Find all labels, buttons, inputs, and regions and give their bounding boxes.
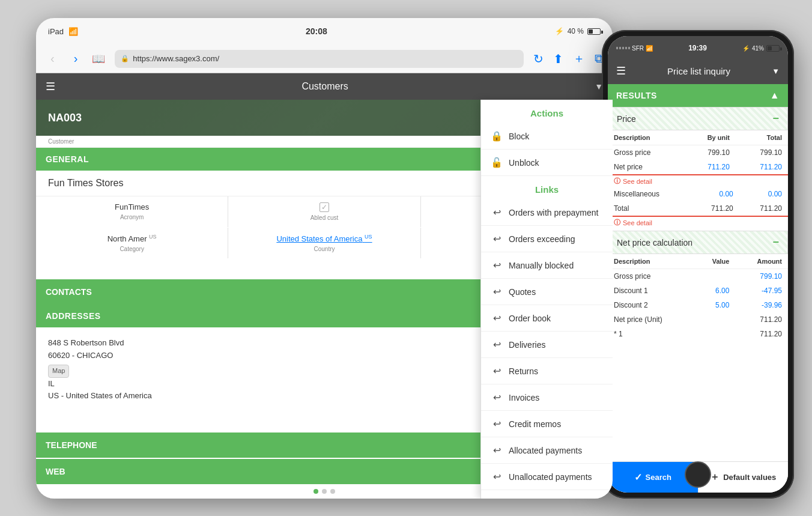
url-text: https://www.sagex3.com/ bbox=[133, 54, 219, 63]
price-collapse-button[interactable]: − bbox=[772, 112, 779, 125]
manually-blocked-menu-item[interactable]: ↩ Manually blocked bbox=[481, 252, 613, 279]
dot-2 bbox=[322, 489, 327, 494]
actions-title: Actions bbox=[481, 100, 613, 123]
unblock-label: Unblock bbox=[509, 158, 539, 168]
misc-label: Miscellaneous bbox=[608, 187, 691, 201]
ipad-device-label: iPad bbox=[48, 27, 64, 36]
web-title: WEB bbox=[46, 467, 65, 476]
unallocated-payments-label: Unallocated payments bbox=[509, 472, 592, 482]
abled-cust-checkbox[interactable]: ✓ bbox=[320, 202, 329, 212]
map-badge[interactable]: Map bbox=[48, 365, 69, 378]
search-button[interactable]: ✓ Search bbox=[608, 462, 698, 493]
ipad-status-left: iPad 📶 bbox=[48, 27, 78, 36]
phone-hamburger-icon[interactable]: ☰ bbox=[616, 64, 626, 77]
col-total: Total bbox=[736, 130, 788, 145]
search-checkmark-icon: ✓ bbox=[634, 472, 642, 483]
manually-blocked-label: Manually blocked bbox=[509, 261, 574, 270]
phone-battery-icon bbox=[766, 45, 780, 52]
unblock-menu-item[interactable]: 🔓 Unblock bbox=[481, 150, 613, 176]
record-id: NA003 bbox=[48, 112, 82, 124]
category-value: North Amer US bbox=[108, 234, 157, 243]
hamburger-icon[interactable]: ☰ bbox=[46, 80, 55, 93]
calc-netunit-value bbox=[694, 312, 735, 327]
orders-exceeding-menu-item[interactable]: ↩ Orders exceeding bbox=[481, 226, 613, 252]
net-price-unit: 711.20 bbox=[683, 160, 736, 175]
ipad-status-right: ⚡ 40 % bbox=[555, 27, 601, 35]
calc-disc2-value: 5.00 bbox=[694, 298, 735, 312]
link-icon-10: ↩ bbox=[491, 445, 503, 456]
order-book-menu-item[interactable]: ↩ Order book bbox=[481, 305, 613, 332]
acronym-value: FunTimes bbox=[115, 202, 149, 211]
calc-netunit-label: Net price (Unit) bbox=[608, 312, 694, 327]
quotes-menu-item[interactable]: ↩ Quotes bbox=[481, 279, 613, 305]
phone-status-left: SFR 📶 bbox=[616, 45, 653, 52]
invoices-menu-item[interactable]: ↩ Invoices bbox=[481, 384, 613, 411]
home-button[interactable] bbox=[685, 461, 711, 488]
app-title: Customers bbox=[301, 81, 348, 92]
dot-1 bbox=[314, 489, 318, 494]
category-sub: US bbox=[149, 234, 157, 240]
see-detail-2[interactable]: ⓘ See detail bbox=[608, 217, 788, 228]
returns-menu-item[interactable]: ↩ Returns bbox=[481, 358, 613, 384]
net-price-collapse-button[interactable]: − bbox=[772, 236, 779, 249]
category-field: North Amer US Category bbox=[36, 228, 228, 258]
forward-button[interactable]: › bbox=[69, 49, 83, 68]
back-button[interactable]: ‹ bbox=[46, 49, 59, 68]
phone-header-title: Price list inquiry bbox=[667, 66, 730, 76]
credit-memos-menu-item[interactable]: ↩ Credit memos bbox=[481, 411, 613, 437]
calc-disc2-label: Discount 2 bbox=[608, 298, 694, 312]
ipad-frame: iPad 📶 20:08 ⚡ 40 % ‹ › 📖 🔒 https://www.… bbox=[36, 18, 613, 499]
total-unit: 711.20 bbox=[691, 201, 739, 216]
price-section-title: Price bbox=[617, 114, 636, 124]
link-icon-1: ↩ bbox=[491, 207, 503, 218]
block-menu-item[interactable]: 🔒 Block bbox=[481, 123, 613, 150]
credit-memos-label: Credit memos bbox=[509, 419, 561, 429]
see-detail-1[interactable]: ⓘ See detail bbox=[608, 175, 788, 187]
unallocated-payments-menu-item[interactable]: ↩ Unallocated payments bbox=[481, 464, 613, 490]
calc-mult-amount: 711.20 bbox=[735, 327, 788, 341]
add-tab-button[interactable]: ＋ bbox=[573, 50, 585, 67]
orders-prepayment-label: Orders with prepayment bbox=[509, 208, 598, 217]
calc-mult-value bbox=[694, 327, 735, 341]
calc-gross-label: Gross price bbox=[608, 269, 694, 284]
phone-dropdown-icon[interactable]: ▼ bbox=[772, 67, 780, 76]
country-value[interactable]: United States of America US bbox=[276, 234, 372, 243]
share-button[interactable]: ⬆ bbox=[553, 52, 563, 66]
phone-bluetooth-icon: ⚡ bbox=[742, 45, 750, 52]
results-chevron-icon[interactable]: ▲ bbox=[770, 90, 780, 101]
table-row: Miscellaneous 0.00 0.00 bbox=[608, 187, 788, 201]
calc-disc1-amount: -47.95 bbox=[735, 284, 788, 298]
invoices-label: Invoices bbox=[509, 393, 539, 402]
abled-cust-field: ✓ Abled cust bbox=[228, 196, 420, 227]
orders-prepayment-menu-item[interactable]: ↩ Orders with prepayment bbox=[481, 199, 613, 226]
gross-price-total: 799.10 bbox=[736, 145, 788, 160]
battery-icon bbox=[587, 28, 601, 35]
table-row: * 1 711.20 bbox=[608, 327, 788, 341]
bookmarks-icon[interactable]: 📖 bbox=[92, 52, 105, 65]
phone-header: ☰ Price list inquiry ▼ bbox=[608, 58, 788, 84]
allocated-payments-menu-item[interactable]: ↩ Allocated payments bbox=[481, 437, 613, 464]
url-bar[interactable]: 🔒 https://www.sagex3.com/ bbox=[115, 50, 524, 68]
total-total: 711.20 bbox=[739, 201, 788, 216]
lock-icon: 🔒 bbox=[121, 55, 129, 62]
net-price-label: Net price bbox=[608, 160, 683, 175]
table-row: Total 711.20 711.20 bbox=[608, 201, 788, 216]
phone-status-right: ⚡ 41% bbox=[742, 45, 780, 52]
block-label: Block bbox=[509, 132, 529, 141]
ipad-status-bar: iPad 📶 20:08 ⚡ 40 % bbox=[36, 18, 613, 44]
results-title: RESULTS bbox=[616, 91, 657, 100]
ipad-toolbar: ‹ › 📖 🔒 https://www.sagex3.com/ ↻ ⬆ ＋ ⧉ bbox=[36, 44, 613, 73]
signal-icon bbox=[616, 47, 630, 49]
default-values-button[interactable]: ＋ Default values bbox=[698, 462, 789, 493]
checkmark-icon: ✓ bbox=[321, 203, 327, 211]
net-price-total: 711.20 bbox=[736, 160, 788, 175]
carrier-name: SFR bbox=[632, 45, 644, 52]
quotes-label: Quotes bbox=[509, 287, 536, 297]
alert-icon-2: ⓘ bbox=[614, 218, 620, 227]
plus-icon: ＋ bbox=[710, 471, 720, 484]
refresh-button[interactable]: ↻ bbox=[533, 52, 544, 66]
deliveries-menu-item[interactable]: ↩ Deliveries bbox=[481, 332, 613, 358]
link-icon-8: ↩ bbox=[491, 392, 503, 403]
table-row: Net price (Unit) 711.20 bbox=[608, 312, 788, 327]
default-values-label: Default values bbox=[723, 473, 776, 482]
